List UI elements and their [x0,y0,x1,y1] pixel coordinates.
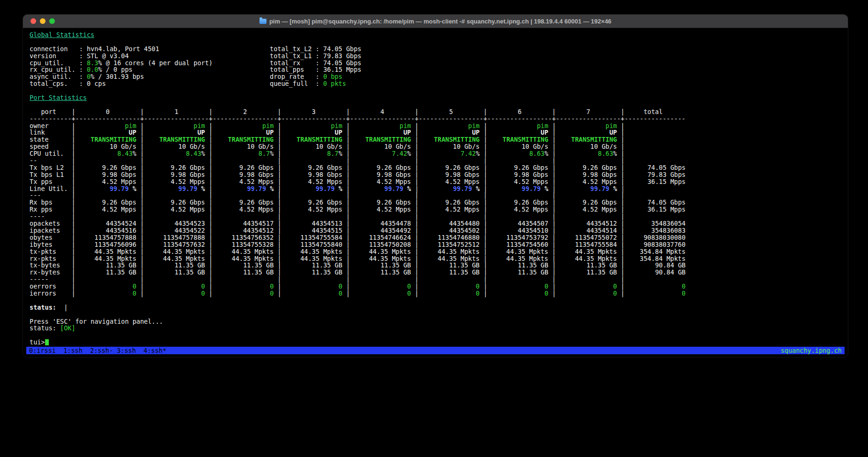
table-row: owner | pim | pim | pim | pim | pim | pi… [30,122,848,129]
terminal-content[interactable]: Global Statisticsconnection : hvn4.lab, … [23,28,848,346]
text-segment: | [415,191,419,199]
text-segment [144,206,171,213]
text-segment [282,164,308,171]
cell-value: 9.26 Gbps [171,164,205,171]
cell-value: 9.98 Gbps [102,171,136,178]
table-row: rx-bytes | 11.35 GB | 11.35 GB | 11.35 G… [30,269,848,276]
text-segment [144,261,175,269]
window-titlebar[interactable]: pim — [mosh] pim@squanchy.ipng.ch: /home… [23,15,848,28]
text-segment: | [343,282,350,290]
zoom-button[interactable] [49,18,55,24]
text-segment: | [411,150,419,157]
text-segment: | [205,289,213,297]
cell-value: 44354512 [586,220,617,227]
stat-value: 74.05 Gbps [323,45,361,53]
text-segment: | [71,234,75,241]
stat-label: total_rx : [270,59,323,67]
row-label: oerrors [30,282,71,290]
text-segment [213,234,232,241]
column-header: 0 [76,108,140,115]
text-segment: | [548,164,556,171]
cell-value: 44.35 Mpkts [438,248,480,255]
text-segment [282,171,308,178]
text-segment [213,59,270,67]
text-segment: | [411,268,419,276]
table-row: CPU util. | 8.43% | 8.43% | 8.7% | 8.7% … [30,150,848,157]
tmux-window-list[interactable]: 0:irssi 1:ssh 2:ssh- 3:ssh 4:ssh* [29,347,167,354]
text-segment: | [411,164,419,171]
text-segment: | [71,198,75,206]
text-segment [487,198,514,206]
text-segment [556,289,613,297]
text-segment [419,164,445,171]
cell-value: 9.26 Gbps [445,198,480,206]
text-segment: | [411,248,419,255]
text-segment: | [137,206,144,213]
text-segment: | [617,206,624,213]
cell-value: TRANSMITTING [503,136,548,143]
text-segment: | [274,234,281,241]
table-rule: -----------+-----------------+----------… [30,115,685,122]
text-segment [350,171,377,178]
global-stats-line: cpu_util. : 8.3% @ 16 cores (4 per dual … [30,60,848,67]
text-segment: | [346,157,350,164]
text-segment: | [411,129,419,136]
text-segment [282,178,308,185]
cell-value: 11354757632 [163,241,205,248]
text-segment: | [621,213,624,220]
text-segment: | [552,275,556,283]
total-value: 36.15 Mpps [624,178,685,185]
text-segment: | [137,261,144,269]
cell-value: 44.35 Mpkts [94,255,136,262]
text-segment: | [274,136,281,143]
text-segment [556,206,583,213]
text-segment [487,234,506,241]
text-segment [76,227,106,234]
cell-value: 9.98 Gbps [171,171,205,178]
table-separator-row: -- | | | | | | | | | [30,157,848,164]
text-segment: | [137,171,144,178]
text-segment [350,157,415,164]
cell-value: 11.35 GB [449,261,480,269]
text-segment: | [205,171,213,178]
total-value: 74.05 Gbps [624,164,685,171]
text-segment [487,191,552,199]
text-segment [159,45,270,53]
text-segment: | [480,241,487,248]
text-segment: | [274,268,281,276]
stat-value: 0 pkts [323,80,346,87]
table-row: ibytes | 11354756096 | 11354757632 | 113… [30,241,848,248]
text-segment [213,178,239,185]
text-segment [213,191,277,199]
text-segment [487,143,522,150]
text-segment [487,206,514,213]
stat-label: connection : [30,45,87,53]
text-segment [213,171,239,178]
text-segment [487,129,541,136]
text-segment [76,157,140,164]
text-segment [487,213,552,220]
text-segment: | [137,122,144,129]
text-segment [556,275,621,283]
minimize-button[interactable] [40,18,46,24]
cell-suffix: % [613,185,617,192]
close-button[interactable] [30,18,36,24]
row-label: speed [30,143,71,150]
row-label: Rx pps [30,206,71,213]
text-segment: | [274,185,281,192]
stat-label: total_pps : [270,66,323,73]
text-segment: | [343,234,350,241]
text-segment [213,220,243,227]
cell-value: 9.26 Gbps [171,198,205,206]
stat-value: 8.3 [87,59,98,67]
text-segment [350,136,365,143]
text-segment [419,129,472,136]
text-segment: | [140,157,144,164]
text-segment: | [71,108,75,115]
total-value: 90838030080 [624,234,685,241]
text-segment [213,282,270,290]
text-segment [213,143,247,150]
text-segment [350,220,381,227]
text-segment [76,129,129,136]
text-segment [76,171,102,178]
